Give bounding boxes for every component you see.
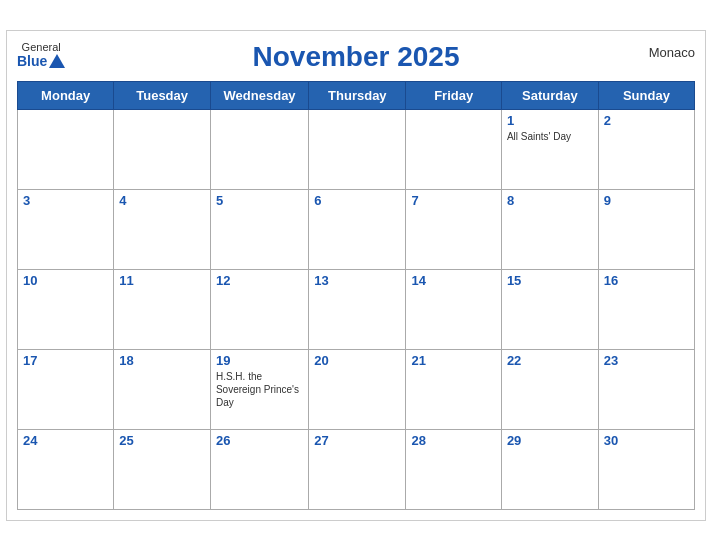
day-number: 29 <box>507 433 593 448</box>
day-number: 18 <box>119 353 205 368</box>
calendar-cell: 8 <box>501 189 598 269</box>
calendar-week-5: 24252627282930 <box>18 429 695 509</box>
calendar-title: November 2025 <box>252 41 459 73</box>
calendar-grid: Monday Tuesday Wednesday Thursday Friday… <box>17 81 695 510</box>
calendar-cell: 19H.S.H. the Sovereign Prince's Day <box>210 349 308 429</box>
calendar-cell: 6 <box>309 189 406 269</box>
calendar-cell: 7 <box>406 189 501 269</box>
day-number: 27 <box>314 433 400 448</box>
logo-triangle-icon <box>49 54 65 68</box>
calendar-cell: 16 <box>598 269 694 349</box>
calendar-cell: 26 <box>210 429 308 509</box>
calendar-cell: 1All Saints' Day <box>501 109 598 189</box>
weekday-tuesday: Tuesday <box>114 81 211 109</box>
calendar-cell: 5 <box>210 189 308 269</box>
calendar-cell: 25 <box>114 429 211 509</box>
calendar-cell: 3 <box>18 189 114 269</box>
calendar-cell <box>210 109 308 189</box>
calendar-cell <box>406 109 501 189</box>
calendar-week-4: 171819H.S.H. the Sovereign Prince's Day2… <box>18 349 695 429</box>
day-number: 25 <box>119 433 205 448</box>
calendar-cell: 29 <box>501 429 598 509</box>
calendar-cell: 24 <box>18 429 114 509</box>
day-number: 4 <box>119 193 205 208</box>
day-number: 10 <box>23 273 108 288</box>
day-number: 2 <box>604 113 689 128</box>
day-number: 24 <box>23 433 108 448</box>
calendar-header: General Blue November 2025 Monaco <box>17 41 695 73</box>
day-number: 15 <box>507 273 593 288</box>
day-number: 17 <box>23 353 108 368</box>
day-number: 1 <box>507 113 593 128</box>
day-number: 7 <box>411 193 495 208</box>
day-number: 6 <box>314 193 400 208</box>
day-number: 26 <box>216 433 303 448</box>
day-number: 22 <box>507 353 593 368</box>
weekday-friday: Friday <box>406 81 501 109</box>
calendar-cell <box>309 109 406 189</box>
calendar-container: General Blue November 2025 Monaco Monday… <box>6 30 706 521</box>
logo-general-text: General <box>22 41 61 53</box>
calendar-cell: 30 <box>598 429 694 509</box>
day-number: 20 <box>314 353 400 368</box>
day-number: 11 <box>119 273 205 288</box>
country-label: Monaco <box>649 45 695 60</box>
weekday-saturday: Saturday <box>501 81 598 109</box>
calendar-cell: 11 <box>114 269 211 349</box>
logo: General Blue <box>17 41 65 69</box>
calendar-week-3: 10111213141516 <box>18 269 695 349</box>
calendar-cell: 22 <box>501 349 598 429</box>
calendar-cell: 23 <box>598 349 694 429</box>
calendar-cell: 13 <box>309 269 406 349</box>
day-number: 28 <box>411 433 495 448</box>
day-number: 9 <box>604 193 689 208</box>
weekday-thursday: Thursday <box>309 81 406 109</box>
day-number: 16 <box>604 273 689 288</box>
weekday-sunday: Sunday <box>598 81 694 109</box>
weekday-header-row: Monday Tuesday Wednesday Thursday Friday… <box>18 81 695 109</box>
day-number: 21 <box>411 353 495 368</box>
calendar-week-1: 1All Saints' Day2 <box>18 109 695 189</box>
day-number: 8 <box>507 193 593 208</box>
calendar-cell: 17 <box>18 349 114 429</box>
day-number: 3 <box>23 193 108 208</box>
weekday-monday: Monday <box>18 81 114 109</box>
calendar-cell: 15 <box>501 269 598 349</box>
calendar-cell <box>18 109 114 189</box>
weekday-wednesday: Wednesday <box>210 81 308 109</box>
calendar-cell: 10 <box>18 269 114 349</box>
calendar-cell: 12 <box>210 269 308 349</box>
logo-blue-text: Blue <box>17 53 47 69</box>
calendar-cell: 9 <box>598 189 694 269</box>
day-number: 14 <box>411 273 495 288</box>
calendar-cell: 18 <box>114 349 211 429</box>
calendar-cell: 20 <box>309 349 406 429</box>
day-number: 23 <box>604 353 689 368</box>
day-number: 13 <box>314 273 400 288</box>
calendar-cell: 2 <box>598 109 694 189</box>
day-number: 30 <box>604 433 689 448</box>
calendar-cell: 28 <box>406 429 501 509</box>
holiday-label: All Saints' Day <box>507 130 593 143</box>
holiday-label: H.S.H. the Sovereign Prince's Day <box>216 370 303 409</box>
calendar-cell <box>114 109 211 189</box>
day-number: 12 <box>216 273 303 288</box>
calendar-cell: 27 <box>309 429 406 509</box>
day-number: 19 <box>216 353 303 368</box>
day-number: 5 <box>216 193 303 208</box>
calendar-cell: 14 <box>406 269 501 349</box>
calendar-week-2: 3456789 <box>18 189 695 269</box>
calendar-cell: 4 <box>114 189 211 269</box>
calendar-cell: 21 <box>406 349 501 429</box>
